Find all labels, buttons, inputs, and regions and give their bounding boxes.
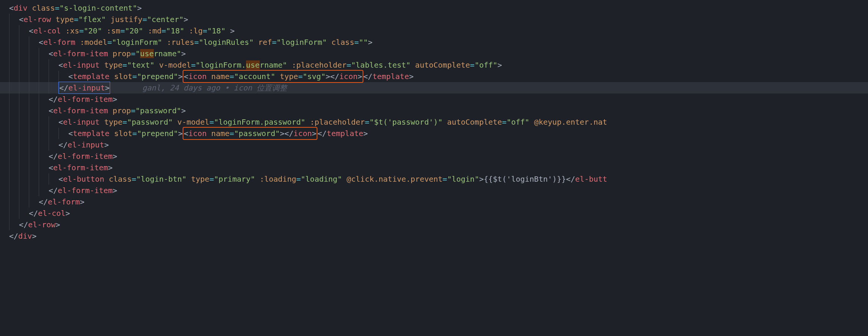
code-line[interactable]: </el-col>: [0, 208, 868, 219]
code-line[interactable]: <template slot="prepend"><icon name="acc…: [0, 71, 868, 82]
code-line[interactable]: </el-row>: [0, 219, 868, 230]
code-line[interactable]: </el-form-item>: [0, 185, 868, 196]
code-line[interactable]: <el-row type="flex" justify="center">: [0, 14, 868, 25]
code-line[interactable]: <el-form :model="loginForm" :rules="logi…: [0, 36, 868, 48]
code-line-current[interactable]: </el-input> ganl, 24 days ago • icon 位置调…: [0, 82, 868, 94]
code-line[interactable]: <el-input type="text" v-model="loginForm…: [0, 59, 868, 71]
code-line[interactable]: <el-input type="password" v-model="login…: [0, 116, 868, 128]
code-line[interactable]: <el-form-item prop="username">: [0, 48, 868, 59]
code-line[interactable]: <el-col :xs="20" :sm="20" :md="18" :lg="…: [0, 25, 868, 36]
code-line[interactable]: </el-form-item>: [0, 94, 868, 105]
cursor-position: </el-input>: [58, 82, 110, 94]
code-line[interactable]: <el-form-item prop="password">: [0, 105, 868, 116]
code-line[interactable]: <el-form-item>: [0, 162, 868, 173]
tag-div: div: [14, 2, 27, 14]
code-line[interactable]: </el-form>: [0, 196, 868, 208]
code-line[interactable]: </el-input>: [0, 139, 868, 151]
highlighted-icon-account: <icon name="account" type="svg"></icon>: [183, 70, 363, 83]
git-blame-annotation: ganl, 24 days ago • icon 位置调整: [142, 82, 287, 94]
code-line[interactable]: <el-button class="login-btn" type="prima…: [0, 173, 868, 185]
highlighted-icon-password: <icon name="password"></icon>: [183, 127, 317, 140]
code-line[interactable]: <template slot="prepend"><icon name="pas…: [0, 128, 868, 139]
code-line[interactable]: </div>: [0, 230, 868, 242]
code-line[interactable]: </el-form-item>: [0, 151, 868, 162]
code-line[interactable]: <div class="s-login-content">: [0, 2, 868, 14]
code-editor[interactable]: <div class="s-login-content"> <el-row ty…: [0, 0, 868, 244]
